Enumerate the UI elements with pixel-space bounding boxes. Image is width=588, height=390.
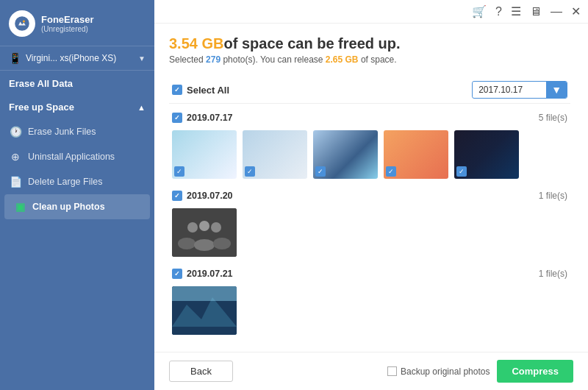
space-release: 2.65 GB <box>326 54 359 65</box>
group-checkbox-3[interactable] <box>172 269 182 279</box>
select-all-checkbox[interactable] <box>172 85 182 95</box>
date-filter-button[interactable]: ▼ <box>546 82 567 98</box>
app-logo <box>9 10 35 37</box>
title-bar: 🛒 ? ☰ 🖥 — ✕ <box>154 0 588 24</box>
photo-list: Select All ▼ 2019.07.17 5 file(s) <box>169 77 573 352</box>
date-filter-input[interactable] <box>473 82 546 97</box>
sidebar-item-clean-photos[interactable]: ▣ Clean up Photos <box>4 194 150 219</box>
group-row-2019-07-20: 2019.07.20 1 file(s) <box>169 186 570 205</box>
back-button[interactable]: Back <box>169 361 233 382</box>
free-space-section: Free up Space ▲ 🕐 Erase Junk Files ⊕ Uni… <box>0 95 154 219</box>
backup-checkbox[interactable] <box>387 366 397 376</box>
phone-icon: 📱 <box>9 52 21 64</box>
photo-check-icon <box>456 166 467 177</box>
apps-icon: ⊕ <box>9 151 22 163</box>
photo-thumb[interactable] <box>172 286 237 335</box>
space-freed-title: 3.54 GBof space can be freed up. <box>169 35 573 52</box>
sidebar-item-uninstall[interactable]: ⊕ Uninstall Applications <box>0 144 154 169</box>
sidebar: FoneEraser (Unregistered) 📱 Virgini... x… <box>0 0 154 390</box>
photo-thumb[interactable] <box>384 130 448 179</box>
erase-all-section[interactable]: Erase All Data <box>0 71 154 92</box>
group-count-1: 5 file(s) <box>539 113 567 123</box>
svg-point-6 <box>178 238 196 249</box>
group-count-2: 1 file(s) <box>539 191 567 201</box>
sidebar-item-label: Erase Junk Files <box>28 127 96 137</box>
space-subtitle: Selected 279 photo(s). You can release 2… <box>169 54 573 65</box>
compress-button[interactable]: Compress <box>497 360 573 383</box>
photo-grid-3 <box>169 286 570 342</box>
free-space-label: Free up Space <box>9 102 74 113</box>
group-label[interactable]: 2019.07.17 <box>172 113 233 123</box>
date-filter[interactable]: ▼ <box>472 81 567 99</box>
backup-label-text: Backup original photos <box>401 366 490 377</box>
photo-thumb[interactable] <box>454 130 519 179</box>
collapse-arrow-icon: ▲ <box>137 103 146 112</box>
content-area: 3.54 GBof space can be freed up. Selecte… <box>154 24 588 352</box>
photo-check-icon <box>386 166 396 177</box>
select-all-text: Select All <box>187 85 229 96</box>
photo-thumb[interactable] <box>243 130 307 179</box>
device-name: Virgini... xs(iPhone XS) <box>26 53 138 63</box>
photo-grid-1 <box>169 130 570 186</box>
svg-point-7 <box>194 239 215 251</box>
sidebar-item-label: Delete Large Files <box>28 177 102 187</box>
select-all-row: Select All ▼ <box>169 77 570 104</box>
clock-icon: 🕐 <box>9 126 22 138</box>
subtitle-prefix: Selected <box>169 54 206 65</box>
minimize-icon[interactable]: — <box>551 5 562 18</box>
menu-icon[interactable]: ☰ <box>511 4 521 18</box>
free-space-header[interactable]: Free up Space ▲ <box>0 95 154 119</box>
app-title-block: FoneEraser (Unregistered) <box>41 14 94 34</box>
select-all-label[interactable]: Select All <box>172 85 229 96</box>
svg-rect-12 <box>172 286 237 301</box>
app-header: FoneEraser (Unregistered) <box>0 0 154 46</box>
svg-rect-11 <box>172 327 237 335</box>
device-selector[interactable]: 📱 Virgini... xs(iPhone XS) ▼ <box>0 46 154 71</box>
close-icon[interactable]: ✕ <box>571 4 581 18</box>
group-label[interactable]: 2019.07.21 <box>172 269 233 279</box>
question-icon[interactable]: ? <box>495 5 502 18</box>
cart-icon[interactable]: 🛒 <box>472 4 487 18</box>
subtitle-suffix: of space. <box>359 54 397 65</box>
space-header: 3.54 GBof space can be freed up. Selecte… <box>169 35 573 65</box>
selected-count: 279 <box>206 54 220 65</box>
svg-point-8 <box>213 238 231 249</box>
group-row-2019-07-17: 2019.07.17 5 file(s) <box>169 108 570 127</box>
svg-point-0 <box>15 16 29 31</box>
photo-check-icon <box>315 166 326 177</box>
photo-grid-2 <box>169 208 570 264</box>
group-checkbox-2[interactable] <box>172 191 182 201</box>
group-date: 2019.07.20 <box>187 191 233 201</box>
group-count-3: 1 file(s) <box>539 269 567 279</box>
sidebar-item-label: Uninstall Applications <box>28 152 115 162</box>
photo-thumb[interactable] <box>172 130 237 179</box>
file-icon: 📄 <box>9 176 22 188</box>
space-amount: 3.54 GB <box>169 35 223 52</box>
sidebar-item-erase-junk[interactable]: 🕐 Erase Junk Files <box>0 119 154 144</box>
main-panel: 🛒 ? ☰ 🖥 — ✕ 3.54 GBof space can be freed… <box>154 0 588 390</box>
app-status: (Unregistered) <box>41 25 94 33</box>
svg-point-3 <box>187 222 198 233</box>
app-name: FoneEraser <box>41 14 94 26</box>
group-checkbox-1[interactable] <box>172 113 182 123</box>
svg-point-5 <box>211 222 221 233</box>
sidebar-item-delete-large[interactable]: 📄 Delete Large Files <box>0 169 154 194</box>
svg-point-4 <box>199 221 209 231</box>
footer-right: Backup original photos Compress <box>387 360 573 383</box>
svg-point-1 <box>23 20 25 22</box>
footer: Back Backup original photos Compress <box>154 352 588 390</box>
photo-check-icon <box>174 166 184 177</box>
chevron-down-icon: ▼ <box>138 54 146 63</box>
photo-thumb[interactable] <box>172 208 237 257</box>
group-row-2019-07-21: 2019.07.21 1 file(s) <box>169 264 570 283</box>
monitor-icon[interactable]: 🖥 <box>530 5 542 18</box>
group-label[interactable]: 2019.07.20 <box>172 191 233 201</box>
subtitle-mid: photo(s). You can release <box>220 54 326 65</box>
space-text: of space can be freed up. <box>223 35 400 52</box>
photo-icon: ▣ <box>13 201 26 213</box>
backup-label[interactable]: Backup original photos <box>387 366 490 377</box>
photo-check-icon <box>245 166 255 177</box>
group-date: 2019.07.17 <box>187 113 233 123</box>
photo-thumb[interactable] <box>313 130 378 179</box>
group-date: 2019.07.21 <box>187 269 233 279</box>
